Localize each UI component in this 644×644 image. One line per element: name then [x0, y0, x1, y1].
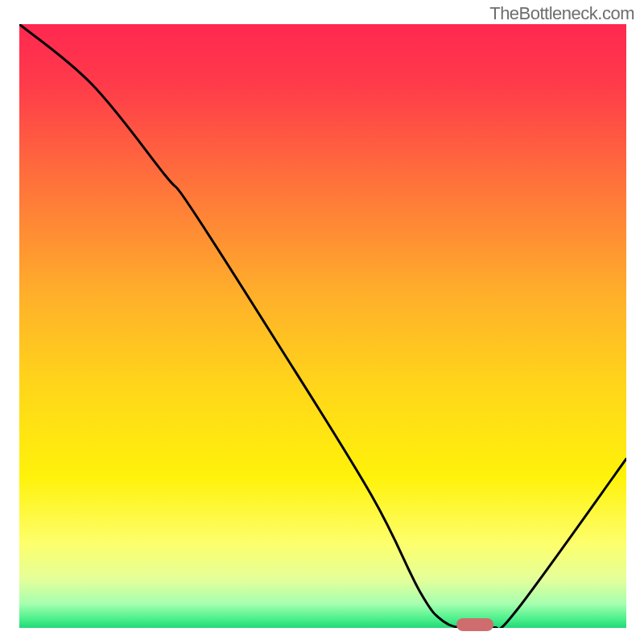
chart-svg	[19, 24, 626, 628]
chart-background	[19, 24, 626, 628]
optimal-point-marker	[456, 618, 493, 631]
watermark-text: TheBottleneck.com	[489, 3, 634, 24]
chart-plot-area	[19, 24, 626, 628]
